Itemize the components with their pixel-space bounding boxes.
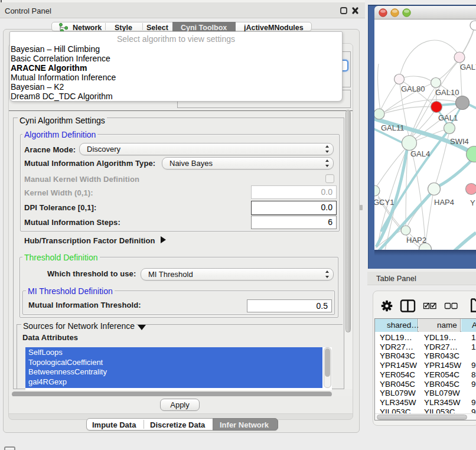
svg-text:GAL80: GAL80 (401, 84, 425, 93)
svg-text:GAL10: GAL10 (435, 88, 459, 97)
svg-text:GAL4: GAL4 (410, 149, 430, 158)
svg-text:GAL7: GAL7 (460, 63, 476, 71)
svg-text:HAP4: HAP4 (434, 198, 454, 207)
svg-text:SWI4: SWI4 (450, 137, 469, 146)
svg-text:HAP2: HAP2 (406, 236, 426, 244)
svg-text:Y: Y (470, 198, 475, 207)
svg-text:GAL1: GAL1 (438, 113, 458, 122)
svg-text:GCY1: GCY1 (374, 198, 394, 207)
svg-text:GAL11: GAL11 (381, 123, 405, 132)
